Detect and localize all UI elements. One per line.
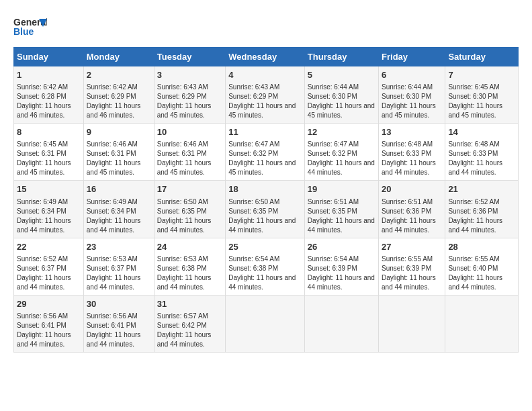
calendar-week-row: 1Sunrise: 6:42 AMSunset: 6:28 PMDaylight… — [14, 66, 519, 124]
logo-image: General Blue — [13, 13, 47, 40]
calendar-cell: 22Sunrise: 6:52 AMSunset: 6:37 PMDayligh… — [14, 238, 84, 295]
header-tuesday: Tuesday — [154, 48, 225, 66]
calendar-table: SundayMondayTuesdayWednesdayThursdayFrid… — [13, 47, 519, 353]
calendar-cell: 17Sunrise: 6:50 AMSunset: 6:35 PMDayligh… — [154, 181, 225, 238]
day-number: 20 — [382, 183, 442, 195]
day-number: 18 — [228, 183, 302, 195]
day-info: Sunrise: 6:46 AMSunset: 6:31 PMDaylight:… — [157, 140, 222, 177]
day-number: 9 — [87, 126, 151, 138]
calendar-cell: 10Sunrise: 6:46 AMSunset: 6:31 PMDayligh… — [154, 124, 225, 181]
day-info: Sunrise: 6:54 AMSunset: 6:38 PMDaylight:… — [228, 255, 302, 292]
day-number: 7 — [448, 69, 515, 81]
day-number: 13 — [382, 126, 442, 138]
day-info: Sunrise: 6:43 AMSunset: 6:29 PMDaylight:… — [228, 83, 302, 120]
day-number: 1 — [17, 69, 81, 81]
calendar-cell: 2Sunrise: 6:42 AMSunset: 6:29 PMDaylight… — [83, 66, 154, 124]
day-info: Sunrise: 6:49 AMSunset: 6:34 PMDaylight:… — [17, 197, 81, 235]
day-info: Sunrise: 6:50 AMSunset: 6:35 PMDaylight:… — [157, 197, 222, 235]
calendar-cell: 3Sunrise: 6:43 AMSunset: 6:29 PMDaylight… — [154, 66, 225, 124]
day-number: 27 — [382, 241, 442, 253]
logo: General Blue — [13, 13, 47, 40]
day-number: 16 — [87, 183, 151, 195]
calendar-cell — [445, 295, 519, 352]
calendar-cell: 13Sunrise: 6:48 AMSunset: 6:33 PMDayligh… — [379, 124, 445, 181]
calendar-cell: 8Sunrise: 6:45 AMSunset: 6:31 PMDaylight… — [14, 124, 84, 181]
calendar-cell: 30Sunrise: 6:56 AMSunset: 6:41 PMDayligh… — [83, 295, 154, 352]
calendar-cell: 23Sunrise: 6:53 AMSunset: 6:37 PMDayligh… — [83, 238, 154, 295]
header-sunday: Sunday — [14, 48, 84, 66]
day-info: Sunrise: 6:54 AMSunset: 6:39 PMDaylight:… — [308, 255, 375, 292]
day-number: 26 — [308, 241, 375, 253]
day-number: 14 — [448, 126, 515, 138]
day-number: 4 — [228, 69, 302, 81]
day-number: 15 — [17, 183, 81, 195]
calendar-cell: 12Sunrise: 6:47 AMSunset: 6:32 PMDayligh… — [304, 124, 378, 181]
day-info: Sunrise: 6:45 AMSunset: 6:30 PMDaylight:… — [448, 83, 515, 120]
calendar-cell: 25Sunrise: 6:54 AMSunset: 6:38 PMDayligh… — [226, 238, 305, 295]
calendar-cell: 15Sunrise: 6:49 AMSunset: 6:34 PMDayligh… — [14, 181, 84, 238]
day-info: Sunrise: 6:56 AMSunset: 6:41 PMDaylight:… — [17, 312, 81, 349]
day-info: Sunrise: 6:51 AMSunset: 6:35 PMDaylight:… — [308, 197, 375, 235]
day-info: Sunrise: 6:47 AMSunset: 6:32 PMDaylight:… — [228, 140, 302, 177]
day-number: 2 — [87, 69, 151, 81]
day-number: 24 — [157, 241, 222, 253]
calendar-cell: 28Sunrise: 6:55 AMSunset: 6:40 PMDayligh… — [445, 238, 519, 295]
day-info: Sunrise: 6:56 AMSunset: 6:41 PMDaylight:… — [87, 312, 151, 349]
day-info: Sunrise: 6:44 AMSunset: 6:30 PMDaylight:… — [382, 83, 442, 120]
day-info: Sunrise: 6:50 AMSunset: 6:35 PMDaylight:… — [228, 197, 302, 235]
day-info: Sunrise: 6:55 AMSunset: 6:40 PMDaylight:… — [448, 255, 515, 292]
day-number: 11 — [228, 126, 302, 138]
day-info: Sunrise: 6:47 AMSunset: 6:32 PMDaylight:… — [308, 140, 375, 177]
calendar-week-row: 22Sunrise: 6:52 AMSunset: 6:37 PMDayligh… — [14, 238, 519, 295]
calendar-cell: 6Sunrise: 6:44 AMSunset: 6:30 PMDaylight… — [379, 66, 445, 124]
calendar-week-row: 29Sunrise: 6:56 AMSunset: 6:41 PMDayligh… — [14, 295, 519, 352]
calendar-cell: 18Sunrise: 6:50 AMSunset: 6:35 PMDayligh… — [226, 181, 305, 238]
header-monday: Monday — [83, 48, 154, 66]
header-thursday: Thursday — [304, 48, 378, 66]
calendar-cell: 24Sunrise: 6:53 AMSunset: 6:38 PMDayligh… — [154, 238, 225, 295]
day-info: Sunrise: 6:55 AMSunset: 6:39 PMDaylight:… — [382, 255, 442, 292]
calendar-cell — [226, 295, 305, 352]
day-number: 29 — [17, 298, 81, 310]
day-number: 30 — [87, 298, 151, 310]
day-info: Sunrise: 6:42 AMSunset: 6:28 PMDaylight:… — [17, 83, 81, 120]
day-info: Sunrise: 6:48 AMSunset: 6:33 PMDaylight:… — [382, 140, 442, 177]
calendar-week-row: 8Sunrise: 6:45 AMSunset: 6:31 PMDaylight… — [14, 124, 519, 181]
day-info: Sunrise: 6:46 AMSunset: 6:31 PMDaylight:… — [87, 140, 151, 177]
calendar-cell: 1Sunrise: 6:42 AMSunset: 6:28 PMDaylight… — [14, 66, 84, 124]
calendar-cell: 21Sunrise: 6:52 AMSunset: 6:36 PMDayligh… — [445, 181, 519, 238]
calendar-cell: 31Sunrise: 6:57 AMSunset: 6:42 PMDayligh… — [154, 295, 225, 352]
day-number: 21 — [448, 183, 515, 195]
header-wednesday: Wednesday — [226, 48, 305, 66]
day-info: Sunrise: 6:53 AMSunset: 6:37 PMDaylight:… — [87, 255, 151, 292]
calendar-cell: 20Sunrise: 6:51 AMSunset: 6:36 PMDayligh… — [379, 181, 445, 238]
day-number: 10 — [157, 126, 222, 138]
day-number: 22 — [17, 241, 81, 253]
day-number: 19 — [308, 183, 375, 195]
calendar-cell: 29Sunrise: 6:56 AMSunset: 6:41 PMDayligh… — [14, 295, 84, 352]
day-info: Sunrise: 6:53 AMSunset: 6:38 PMDaylight:… — [157, 255, 222, 292]
page-header: General Blue — [13, 13, 519, 40]
calendar-cell: 4Sunrise: 6:43 AMSunset: 6:29 PMDaylight… — [226, 66, 305, 124]
header-saturday: Saturday — [445, 48, 519, 66]
calendar-cell: 27Sunrise: 6:55 AMSunset: 6:39 PMDayligh… — [379, 238, 445, 295]
day-number: 6 — [382, 69, 442, 81]
calendar-cell: 16Sunrise: 6:49 AMSunset: 6:34 PMDayligh… — [83, 181, 154, 238]
calendar-cell — [379, 295, 445, 352]
day-info: Sunrise: 6:51 AMSunset: 6:36 PMDaylight:… — [382, 197, 442, 235]
calendar-cell — [304, 295, 378, 352]
calendar-cell: 11Sunrise: 6:47 AMSunset: 6:32 PMDayligh… — [226, 124, 305, 181]
day-info: Sunrise: 6:44 AMSunset: 6:30 PMDaylight:… — [308, 83, 375, 120]
day-number: 25 — [228, 241, 302, 253]
calendar-cell: 19Sunrise: 6:51 AMSunset: 6:35 PMDayligh… — [304, 181, 378, 238]
calendar-cell: 5Sunrise: 6:44 AMSunset: 6:30 PMDaylight… — [304, 66, 378, 124]
calendar-header-row: SundayMondayTuesdayWednesdayThursdayFrid… — [14, 48, 519, 66]
day-info: Sunrise: 6:52 AMSunset: 6:36 PMDaylight:… — [448, 197, 515, 235]
day-number: 5 — [308, 69, 375, 81]
day-number: 28 — [448, 241, 515, 253]
day-number: 23 — [87, 241, 151, 253]
svg-text:Blue: Blue — [13, 26, 34, 37]
calendar-cell: 7Sunrise: 6:45 AMSunset: 6:30 PMDaylight… — [445, 66, 519, 124]
calendar-cell: 26Sunrise: 6:54 AMSunset: 6:39 PMDayligh… — [304, 238, 378, 295]
day-info: Sunrise: 6:49 AMSunset: 6:34 PMDaylight:… — [87, 197, 151, 235]
